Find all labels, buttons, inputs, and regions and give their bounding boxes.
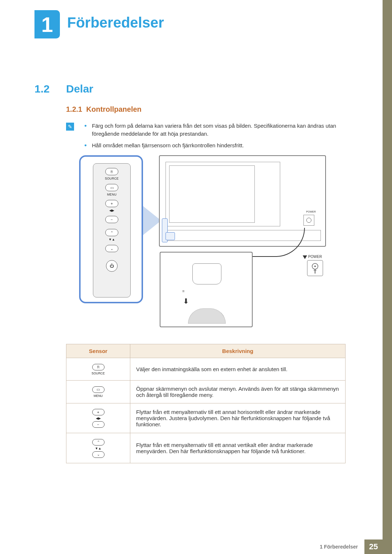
down-button-icon: ⌄ <box>105 245 118 252</box>
menu-button-icon: ▭ <box>105 184 118 191</box>
sensor-zoom-view: ≡ ⬇ <box>160 252 253 327</box>
power-port-zoom: POWER <box>305 255 325 276</box>
chapter-number-tab: 1 <box>34 10 60 38</box>
sensor-cell: + ◀▶ − <box>66 403 130 433</box>
table-row: ⌃ ▼▲ ⌄ Flyttar från ett menyalternativ t… <box>66 433 346 463</box>
up-button-icon: ⌃ <box>105 229 118 236</box>
control-panel-diagram: ⎘ SOURCE ▭ MENU + ◀▶ − ⌃ ▼▲ ⌄ ⏻ POWER ≡ … <box>79 155 327 329</box>
indicator-lines-icon: ≡ <box>182 289 185 293</box>
sensor-table: Sensor Beskrivning ⎘ SOURCE Väljer den i… <box>66 344 346 463</box>
down-icon: ⌄ <box>92 451 105 458</box>
down-arrow-icon: ⬇ <box>183 297 189 305</box>
minus-button-icon: − <box>105 216 118 223</box>
lr-arrows-icon: ◀▶ <box>96 416 101 420</box>
col-sensor: Sensor <box>66 344 130 358</box>
side-strip <box>383 0 392 554</box>
callout-arrow-curve <box>250 228 305 257</box>
description-cell: Flyttar från ett menyalternativ till ett… <box>130 403 346 433</box>
chapter-title: Förberedelser <box>67 15 164 31</box>
page-number: 25 <box>364 539 383 554</box>
description-cell: Väljer den inmatningskälla som en extern… <box>130 358 346 381</box>
table-row: ▭ MENU Öppnar skärmmenyn och avslutar me… <box>66 380 346 403</box>
power-label: POWER <box>305 255 325 259</box>
section-number: 1.2 <box>34 83 50 95</box>
remote-sensor-icon <box>192 263 221 284</box>
note-text: Håll området mellan fjärrsensorn och fjä… <box>92 141 244 149</box>
plus-button-icon: + <box>105 200 118 207</box>
ir-sensor-icon <box>166 232 175 240</box>
note-text: Färg och form på delarna kan variera frå… <box>92 122 346 138</box>
menu-icon: ▭ <box>92 386 105 393</box>
callout-pointer-icon <box>143 206 161 235</box>
lr-arrows-icon: ◀▶ <box>109 209 114 212</box>
bullet-icon: ● <box>84 141 87 149</box>
footer-chapter: 1 Förberedelser <box>320 544 364 550</box>
stand-slot-icon <box>188 308 226 324</box>
note-icon: ✎ <box>66 123 74 131</box>
svg-point-1 <box>314 266 316 267</box>
source-label: SOURCE <box>105 177 119 180</box>
button-column-callout: ⎘ SOURCE ▭ MENU + ◀▶ − ⌃ ▼▲ ⌄ ⏻ <box>79 155 143 303</box>
button-column: ⎘ SOURCE ▭ MENU + ◀▶ − ⌃ ▼▲ ⌄ ⏻ <box>93 163 131 297</box>
minus-icon: − <box>92 421 105 428</box>
col-description: Beskrivning <box>130 344 346 358</box>
page-footer: 1 Förberedelser 25 <box>320 539 383 554</box>
description-cell: Flyttar från ett menyalternativ till ett… <box>130 433 346 463</box>
table-row: ⎘ SOURCE Väljer den inmatningskälla som … <box>66 358 346 381</box>
table-row: + ◀▶ − Flyttar från ett menyalternativ t… <box>66 403 346 433</box>
power-port-icon <box>303 215 314 226</box>
power-connector-icon <box>307 260 323 276</box>
source-icon: ⎘ <box>92 364 105 370</box>
subsection-heading: 1.2.1 Kontrollpanelen <box>66 105 142 114</box>
plus-icon: + <box>92 409 105 415</box>
source-button-icon: ⎘ <box>105 168 118 175</box>
up-icon: ⌃ <box>92 439 105 446</box>
section-title: Delar <box>66 83 93 95</box>
ud-arrows-icon: ▼▲ <box>95 447 102 450</box>
sensor-cell: ⌃ ▼▲ ⌄ <box>66 433 130 463</box>
power-label-small: POWER <box>306 210 316 213</box>
sensor-cell: ⎘ SOURCE <box>66 358 130 381</box>
note-list: ●Färg och form på delarna kan variera fr… <box>84 122 346 153</box>
source-label: SOURCE <box>91 372 105 375</box>
menu-label: MENU <box>107 193 117 196</box>
sensor-cell: ▭ MENU <box>66 380 130 403</box>
description-cell: Öppnar skärmmenyn och avslutar menyn. An… <box>130 380 346 403</box>
power-button-icon: ⏻ <box>106 260 118 272</box>
menu-label: MENU <box>94 394 103 398</box>
bullet-icon: ● <box>84 122 87 138</box>
ud-arrows-icon: ▼▲ <box>109 238 115 241</box>
